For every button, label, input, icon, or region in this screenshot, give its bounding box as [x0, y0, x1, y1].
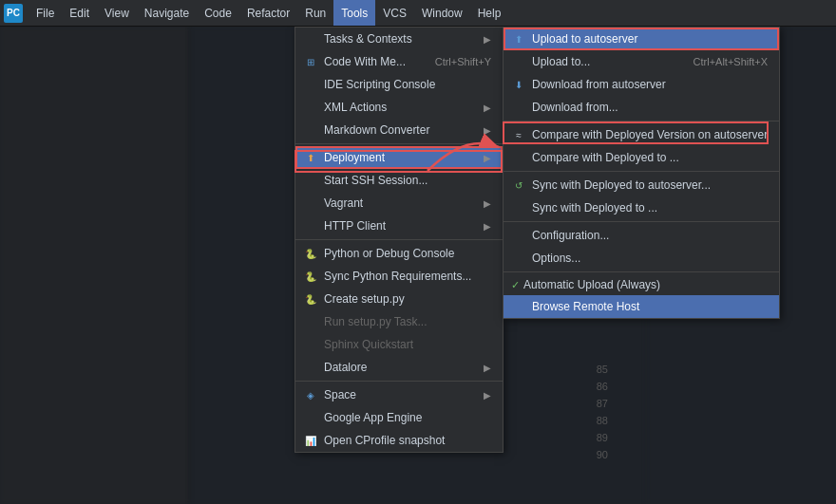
menu-file[interactable]: File: [28, 0, 62, 26]
space-label: Space: [324, 388, 476, 401]
markdown-arrow: ▶: [484, 125, 491, 136]
auto-upload-check: ✓: [511, 279, 520, 291]
markdown-icon: [303, 122, 318, 138]
ide-scripting-icon: [303, 77, 318, 92]
configuration-label: Configuration...: [532, 229, 768, 242]
app-logo: PC: [4, 4, 23, 23]
menu-datalore[interactable]: Datalore ▶: [295, 356, 503, 379]
tasks-icon: [303, 31, 318, 47]
menu-http-client[interactable]: HTTP Client ▶: [295, 215, 503, 237]
menu-refactor[interactable]: Refactor: [239, 0, 297, 26]
markdown-label: Markdown Converter: [324, 123, 476, 137]
submenu-sync-auto[interactable]: ↺ Sync with Deployed to autoserver...: [504, 174, 779, 196]
sync-auto-label: Sync with Deployed to autoserver...: [532, 178, 768, 192]
sep-2: [295, 239, 503, 240]
download-auto-icon: ⬇: [511, 77, 526, 92]
menu-ssh[interactable]: Start SSH Session...: [295, 169, 503, 192]
create-setup-label: Create setup.py: [324, 292, 491, 306]
menu-vcs[interactable]: VCS: [375, 0, 414, 26]
space-arrow: ▶: [484, 390, 491, 401]
submenu-upload-auto[interactable]: ⬆ Upload to autoserver: [504, 28, 779, 50]
auto-upload-label: Automatic Upload (Always): [523, 278, 768, 291]
ide-scripting-label: IDE Scripting Console: [324, 78, 491, 91]
tasks-label: Tasks & Contexts: [324, 32, 476, 46]
menu-view[interactable]: View: [97, 0, 137, 26]
submenu-compare-deployed[interactable]: ≈ Compare with Deployed Version on autos…: [504, 123, 779, 146]
cprofile-icon: 📊: [303, 433, 318, 448]
upload-to-shortcut: Ctrl+Alt+Shift+X: [694, 56, 769, 67]
sep-3: [295, 381, 503, 382]
python-debug-icon: 🐍: [303, 246, 318, 261]
menu-space[interactable]: ◈ Space ▶: [295, 383, 503, 406]
menu-sync-req[interactable]: 🐍 Sync Python Requirements...: [295, 265, 503, 288]
menu-run[interactable]: Run: [297, 0, 333, 26]
menu-edit[interactable]: Edit: [62, 0, 97, 26]
deployment-submenu: ⬆ Upload to autoserver Upload to... Ctrl…: [503, 27, 780, 319]
code-with-me-label: Code With Me...: [324, 55, 416, 68]
menu-help[interactable]: Help: [470, 0, 509, 26]
submenu-download-auto[interactable]: ⬇ Download from autoserver: [504, 73, 779, 96]
menu-google-app[interactable]: Google App Engine: [295, 406, 503, 429]
sync-auto-icon: ↺: [511, 177, 526, 193]
configuration-icon: [511, 228, 526, 243]
dropdown-overlay: Tasks & Contexts ▶ ⊞ Code With Me... Ctr…: [0, 27, 836, 504]
submenu-upload-to[interactable]: Upload to... Ctrl+Alt+Shift+X: [504, 50, 779, 73]
compare-deployed-label: Compare with Deployed Version on autoser…: [532, 128, 768, 141]
menu-window[interactable]: Window: [414, 0, 470, 26]
run-setup-icon: [303, 314, 318, 329]
sync-req-icon: 🐍: [303, 269, 318, 284]
datalore-arrow: ▶: [484, 363, 491, 373]
menu-markdown[interactable]: Markdown Converter ▶: [295, 119, 503, 141]
dep-sep-3: [504, 221, 779, 222]
dep-sep-2: [504, 171, 779, 172]
dep-sep-1: [504, 121, 779, 121]
submenu-browse-remote[interactable]: Browse Remote Host: [504, 295, 779, 318]
compare-to-label: Compare with Deployed to ...: [532, 151, 768, 164]
code-with-me-icon: ⊞: [303, 54, 318, 69]
menu-tools[interactable]: Tools: [333, 0, 375, 26]
sep-1: [295, 143, 503, 144]
http-client-label: HTTP Client: [324, 219, 476, 233]
sphinx-icon: [303, 337, 318, 352]
upload-auto-label: Upload to autoserver: [532, 32, 768, 46]
menu-xml-actions[interactable]: XML Actions ▶: [295, 96, 503, 119]
menu-vagrant[interactable]: Vagrant ▶: [295, 192, 503, 215]
sphinx-label: Sphinx Quickstart: [324, 338, 491, 351]
dep-sep-4: [504, 271, 779, 272]
menu-create-setup[interactable]: 🐍 Create setup.py: [295, 288, 503, 310]
submenu-auto-upload[interactable]: ✓ Automatic Upload (Always): [504, 274, 779, 295]
xml-arrow: ▶: [484, 103, 491, 113]
run-setup-label: Run setup.py Task...: [324, 315, 491, 328]
menu-code-with-me[interactable]: ⊞ Code With Me... Ctrl+Shift+Y: [295, 50, 503, 73]
deployment-arrow: ▶: [484, 153, 491, 163]
ssh-icon: [303, 173, 318, 188]
xml-actions-icon: [303, 100, 318, 115]
menu-python-debug[interactable]: 🐍 Python or Debug Console: [295, 242, 503, 265]
submenu-sync-to[interactable]: Sync with Deployed to ...: [504, 196, 779, 219]
download-auto-label: Download from autoserver: [532, 78, 768, 91]
browse-remote-label: Browse Remote Host: [532, 300, 768, 313]
upload-to-label: Upload to...: [532, 55, 674, 68]
datalore-label: Datalore: [324, 361, 476, 374]
submenu-compare-to[interactable]: Compare with Deployed to ...: [504, 146, 779, 169]
http-arrow: ▶: [484, 221, 491, 232]
download-from-icon: [511, 100, 526, 115]
menu-deployment[interactable]: ⬆ Deployment ▶: [295, 146, 503, 169]
datalore-icon: [303, 360, 318, 375]
tools-menu: Tasks & Contexts ▶ ⊞ Code With Me... Ctr…: [294, 27, 504, 453]
vagrant-arrow: ▶: [484, 198, 491, 209]
cprofile-label: Open CProfile snapshot: [324, 434, 491, 447]
submenu-options[interactable]: Options...: [504, 247, 779, 270]
code-with-me-shortcut: Ctrl+Shift+Y: [435, 56, 491, 67]
vagrant-label: Vagrant: [324, 196, 476, 210]
menu-ide-scripting[interactable]: IDE Scripting Console: [295, 73, 503, 96]
menu-tasks[interactable]: Tasks & Contexts ▶: [295, 28, 503, 50]
submenu-configuration[interactable]: Configuration...: [504, 224, 779, 247]
submenu-download-from[interactable]: Download from...: [504, 96, 779, 119]
space-icon: ◈: [303, 387, 318, 402]
menu-code[interactable]: Code: [197, 0, 239, 26]
xml-actions-label: XML Actions: [324, 101, 476, 114]
menu-navigate[interactable]: Navigate: [137, 0, 197, 26]
menu-cprofile[interactable]: 📊 Open CProfile snapshot: [295, 429, 503, 452]
google-app-icon: [303, 410, 318, 425]
